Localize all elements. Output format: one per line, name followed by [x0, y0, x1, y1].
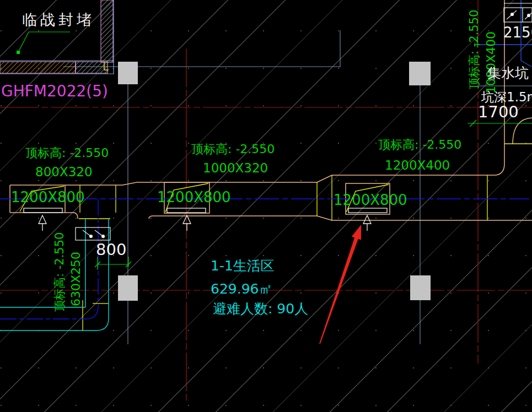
zone-area-label: 629.96㎡: [211, 282, 272, 296]
sump-pit-name: 集水坑: [487, 66, 529, 80]
blockade-label: 临战封堵: [22, 12, 95, 28]
vent2-size-label: 1200X800: [157, 190, 231, 205]
branch-elevation-label: 顶标高: -2.550: [53, 232, 66, 312]
drawing-canvas: [0, 0, 532, 412]
damper-symbols: [76, 3, 532, 240]
duct3-size-label: 1200X400: [385, 159, 450, 172]
duct1-size-label: 800X320: [35, 165, 93, 178]
pit-width-dimension: 2150: [503, 25, 532, 40]
air-grilles: [24, 208, 387, 213]
flow-arrow-icons: [39, 215, 371, 231]
pit-length-dimension: 1700: [478, 104, 519, 120]
duct1-elevation-label: 顶标高: -2.550: [25, 147, 109, 159]
duct2-size-label: 1000X320: [203, 161, 268, 175]
vent3-size-label: 1200X800: [334, 193, 407, 208]
branch-offset-dimension: 800: [96, 241, 126, 258]
sump-pit-depth: 坑深1.5m: [481, 90, 532, 104]
riser-elevation-label: 顶标高: -2.550: [468, 10, 480, 89]
main-duct-outline: [10, 0, 532, 220]
duct3-elevation-label: 顶标高: -2.550: [378, 138, 461, 151]
duct2-elevation-label: 顶标高: -2.550: [191, 143, 275, 155]
zone-name-label: 1-1生活区: [211, 259, 275, 273]
callout-arrow-icon: [319, 225, 361, 344]
cad-viewport: 临战封堵 GHFM2022(5) 顶标高: -2.550 800X320 顶标高…: [0, 0, 532, 412]
code-label: GHFM2022(5): [1, 83, 108, 99]
riser-size-label: 1000X400: [485, 31, 497, 94]
vent1-size-label: 1200X800: [11, 190, 85, 205]
branch-size-label: 630X250: [69, 252, 82, 306]
zone-capacity-label: 避难人数: 90人: [213, 302, 308, 316]
